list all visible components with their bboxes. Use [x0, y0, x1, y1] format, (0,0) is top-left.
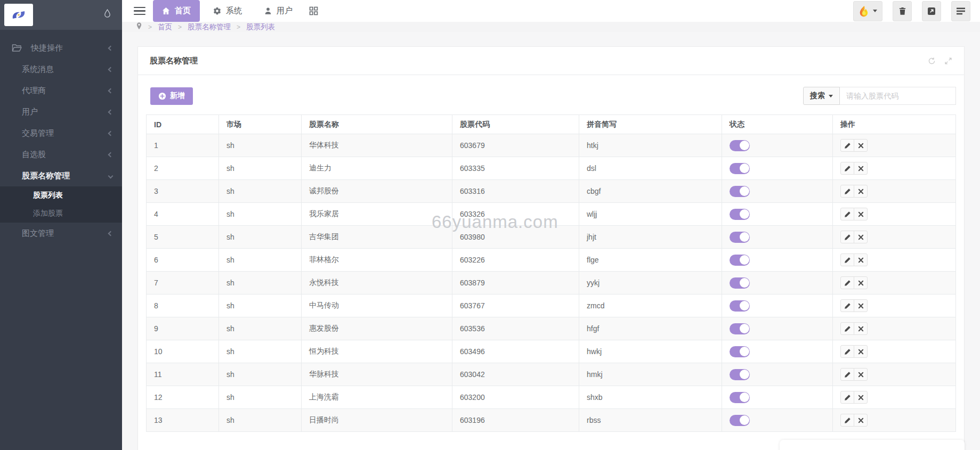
status-toggle[interactable] [730, 300, 750, 312]
close-icon [858, 349, 864, 355]
status-toggle[interactable] [730, 255, 750, 266]
cell-stock-code: 603316 [452, 180, 579, 203]
cell-stock-name: 永悦科技 [302, 272, 452, 294]
close-icon [858, 395, 864, 400]
status-toggle[interactable] [730, 415, 750, 426]
delete-button[interactable] [854, 231, 868, 243]
pencil-icon [844, 394, 851, 401]
sidebar-submenu-item[interactable]: 股票列表 [0, 186, 122, 204]
add-stock-button[interactable]: 新增 [150, 87, 193, 105]
delete-button[interactable] [854, 208, 868, 220]
delete-button[interactable] [854, 391, 868, 404]
nav-tab-system[interactable]: 系统 [204, 0, 251, 22]
sidebar-menu-item[interactable]: 图文管理 [0, 223, 122, 244]
cell-market: sh [219, 386, 302, 409]
cell-stock-name: 华脉科技 [302, 363, 452, 386]
open-site-button[interactable] [922, 1, 941, 21]
delete-button[interactable] [854, 139, 868, 152]
cell-operations [833, 180, 956, 203]
delete-button[interactable] [854, 162, 868, 175]
edit-button[interactable] [840, 414, 854, 427]
log-list-button[interactable] [951, 1, 970, 21]
cell-operations [833, 272, 956, 294]
delete-button[interactable] [854, 185, 868, 198]
clear-trash-button[interactable] [893, 1, 912, 21]
edit-button[interactable] [840, 231, 854, 243]
edit-button[interactable] [840, 391, 854, 404]
stock-code-search-input[interactable] [840, 87, 956, 105]
edit-button[interactable] [840, 322, 854, 335]
pencil-icon [844, 211, 851, 218]
cell-stock-code: 603767 [452, 294, 579, 317]
sidebar-menu-item[interactable]: 交易管理 [0, 122, 122, 144]
pencil-icon [844, 165, 851, 172]
delete-button[interactable] [854, 414, 868, 427]
sidebar-menu-item[interactable]: 用户 [0, 101, 122, 122]
sidebar-menu-item[interactable]: 自选股 [0, 144, 122, 165]
edit-button[interactable] [840, 253, 854, 266]
close-icon [858, 418, 864, 423]
cell-pinyin: wljj [579, 203, 722, 226]
toggle-knob [740, 324, 749, 333]
status-toggle[interactable] [730, 186, 750, 197]
status-toggle[interactable] [730, 232, 750, 243]
water-drop-icon[interactable] [103, 9, 111, 21]
edit-button[interactable] [840, 276, 854, 289]
location-pin-icon [136, 22, 142, 32]
hamburger-menu-icon[interactable] [134, 7, 145, 15]
cell-status [722, 180, 833, 203]
sidebar-menu-item[interactable]: 系统消息 [0, 59, 122, 80]
sidebar-item-label: 代理商 [22, 86, 46, 96]
cell-stock-code: 603326 [452, 203, 579, 226]
delete-button[interactable] [854, 253, 868, 266]
theme-flame-button[interactable] [853, 1, 882, 21]
pencil-icon [844, 280, 851, 287]
status-toggle[interactable] [730, 369, 750, 380]
nav-tab-home[interactable]: 首页 [153, 0, 200, 22]
delete-button[interactable] [854, 345, 868, 358]
status-toggle[interactable] [730, 277, 750, 289]
nav-tab-user[interactable]: 用户 [255, 0, 302, 22]
edit-button[interactable] [840, 139, 854, 152]
status-toggle[interactable] [730, 392, 750, 403]
cell-status [722, 363, 833, 386]
edit-button[interactable] [840, 299, 854, 312]
sidebar-menu-item[interactable]: 快捷操作 [0, 37, 122, 59]
breadcrumb-stock-name-mgmt[interactable]: 股票名称管理 [188, 22, 231, 32]
gear-icon [213, 7, 221, 15]
app-window: 快捷操作 系统消息 代理商 用户 交易管理 自选股 股票名称管理 股票列表 添加… [0, 0, 980, 450]
edit-button[interactable] [840, 368, 854, 381]
status-toggle[interactable] [730, 163, 750, 174]
toggle-knob [740, 278, 749, 288]
edit-button[interactable] [840, 208, 854, 220]
edit-button[interactable] [840, 185, 854, 198]
sidebar-submenu-item[interactable]: 添加股票 [0, 204, 122, 223]
status-toggle[interactable] [730, 323, 750, 334]
sidebar-menu-item[interactable]: 股票名称管理 [0, 165, 122, 186]
cell-id: 2 [147, 157, 219, 180]
delete-button[interactable] [854, 368, 868, 381]
status-toggle[interactable] [730, 140, 750, 151]
cell-status [722, 157, 833, 180]
status-toggle[interactable] [730, 346, 750, 357]
app-logo[interactable] [4, 4, 33, 26]
edit-button[interactable] [840, 162, 854, 175]
breadcrumb-home[interactable]: 首页 [158, 22, 172, 32]
delete-button[interactable] [854, 299, 868, 312]
logo-swirl-icon [8, 7, 29, 23]
search-dropdown-button[interactable]: 搜索 [803, 87, 840, 105]
pencil-icon [844, 188, 851, 195]
grid-apps-icon[interactable] [309, 6, 318, 15]
table-row: 11 sh 华脉科技 603042 hmkj [147, 363, 956, 386]
sidebar-menu-item[interactable]: 代理商 [0, 80, 122, 101]
edit-button[interactable] [840, 345, 854, 358]
status-toggle[interactable] [730, 209, 750, 220]
cell-status [722, 134, 833, 157]
expand-icon[interactable] [944, 57, 952, 65]
delete-button[interactable] [854, 276, 868, 289]
delete-button[interactable] [854, 322, 868, 335]
cell-id: 5 [147, 226, 219, 249]
breadcrumb-stock-list[interactable]: 股票列表 [246, 22, 275, 32]
toggle-knob [740, 415, 749, 425]
refresh-icon[interactable] [928, 57, 936, 65]
